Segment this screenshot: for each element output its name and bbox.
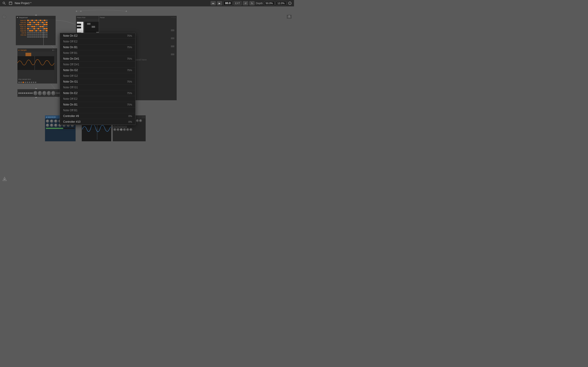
menu-item-0[interactable]: Note On E275% <box>60 33 135 39</box>
sequencer-module: ■ Sequencer Note E2 Note B1 Note D#1 Not… <box>16 16 56 45</box>
svg-point-7 <box>80 10 82 12</box>
menu-item-2[interactable]: Note On B175% <box>60 44 135 50</box>
menu-item-15[interactable]: Controller #100% <box>60 119 135 125</box>
menu-item-14[interactable]: Controller #90% <box>60 113 135 119</box>
svg-point-8 <box>126 10 127 12</box>
menu-item-11[interactable]: Note Off E2 <box>60 96 135 102</box>
menu-item-label-2: Note On B1 <box>63 46 78 49</box>
search-icon[interactable] <box>2 1 6 6</box>
main-canvas: ↻ ■ Sequencer Note E2 Note B1 Note D#1 N… <box>0 6 294 184</box>
ext-button[interactable]: EXT <box>233 1 242 5</box>
waveform-titlebar[interactable]: ● Sample ■ × ▫ <box>17 48 57 52</box>
menu-item-10[interactable]: Note On E275% <box>60 90 135 96</box>
svg-text:i: i <box>290 2 290 5</box>
project-title: New Project * <box>15 2 209 5</box>
svg-point-40 <box>4 179 5 180</box>
waveform-content[interactable]: drop sample here <box>17 52 57 83</box>
svg-line-1 <box>5 4 6 5</box>
menu-item-label-14: Controller #9 <box>63 115 79 118</box>
sequencer-titlebar[interactable]: ■ Sequencer <box>16 16 56 19</box>
menu-item-value-0: 75% <box>127 34 132 37</box>
screenshot-button[interactable] <box>287 15 292 19</box>
menu-item-4[interactable]: Note On D#175% <box>60 56 135 62</box>
svg-point-6 <box>76 10 77 12</box>
depth-label: Depth <box>256 2 262 5</box>
menu-item-9[interactable]: Note Off G1 <box>60 85 135 90</box>
right-titlebar[interactable]: Panel ─ □ × <box>99 16 177 19</box>
menu-item-label-8: Note On G1 <box>63 80 78 83</box>
menu-item-8[interactable]: Note On G175% <box>60 79 135 85</box>
menu-item-label-15: Controller #10 <box>63 120 80 123</box>
menu-item-label-5: Note Off D#1 <box>63 63 79 66</box>
depth-value2[interactable]: 12.0% <box>276 1 286 5</box>
menu-item-12[interactable]: Note On B175% <box>60 102 135 108</box>
menu-item-1[interactable]: Note Off E2 <box>60 39 135 44</box>
info-icon[interactable]: i <box>288 1 292 6</box>
controls-content[interactable]: Controls <box>17 89 63 97</box>
menu-item-value-2: 75% <box>127 46 132 49</box>
svg-rect-18 <box>289 16 290 16</box>
menu-item-label-0: Note On E2 <box>63 34 78 37</box>
menu-item-label-4: Note On D#1 <box>63 57 79 60</box>
menu-item-label-9: Note Off G1 <box>63 86 78 89</box>
toolbar: New Project * ⏮ ▶ 80.0 EXT ↺ ↻ Depth 50.… <box>0 0 294 6</box>
waveform-module: ● Sample ■ × ▫ <box>17 48 57 84</box>
menu-item-value-14: 0% <box>128 115 132 117</box>
bpm-display[interactable]: 80.0 <box>224 1 232 6</box>
menu-item-value-8: 75% <box>127 80 132 83</box>
window-icon[interactable] <box>8 1 13 6</box>
svg-point-0 <box>3 2 5 4</box>
controls-module: Controls <box>17 89 63 97</box>
svg-point-17 <box>289 17 290 17</box>
play-button[interactable]: ▶ <box>217 1 222 5</box>
menu-item-value-6: 75% <box>127 69 132 72</box>
spin-indicator: ↻ <box>2 15 6 19</box>
menu-item-label-11: Note Off E2 <box>63 97 78 100</box>
menu-item-7[interactable]: Note Off G2 <box>60 73 135 79</box>
menu-item-value-12: 75% <box>127 103 132 106</box>
menu-item-label-7: Note Off G2 <box>63 74 78 77</box>
menu-item-5[interactable]: Note Off D#1 <box>60 62 135 67</box>
sequencer-content[interactable]: Note E2 Note B1 Note D#1 Note G2 Note G1… <box>16 19 56 45</box>
menu-item-value-15: 0% <box>128 120 132 123</box>
menu-item-label-1: Note Off E2 <box>63 40 78 43</box>
menu-item-label-13: Note Off B1 <box>63 109 78 112</box>
menu-item-value-4: 75% <box>127 57 132 60</box>
depth-value1[interactable]: 50.0% <box>264 1 275 5</box>
svg-rect-16 <box>288 16 291 18</box>
menu-item-label-10: Note On E2 <box>63 92 78 95</box>
menu-item-label-6: Note On G2 <box>63 69 78 72</box>
menu-item-label-12: Note On B1 <box>63 103 78 106</box>
rewind-button[interactable]: ⏮ <box>211 1 216 5</box>
svg-rect-19 <box>17 56 54 70</box>
undo-button[interactable]: ↺ <box>243 1 248 5</box>
menu-item-label-3: Note Off B1 <box>63 51 78 55</box>
menu-item-6[interactable]: Note On G275% <box>60 67 135 73</box>
svg-rect-28 <box>77 24 81 25</box>
menu-item-value-10: 75% <box>127 92 132 94</box>
svg-rect-29 <box>77 27 81 28</box>
menu-item-3[interactable]: Note Off B1 <box>60 50 135 56</box>
midi-dropdown-menu[interactable]: Note On E275%Note Off E2Note On B175%Not… <box>60 33 136 125</box>
redo-button[interactable]: ↻ <box>250 1 254 5</box>
svg-rect-2 <box>9 2 12 5</box>
menu-item-13[interactable]: Note Off B1 <box>60 108 135 113</box>
bottom-logo[interactable] <box>2 176 7 182</box>
